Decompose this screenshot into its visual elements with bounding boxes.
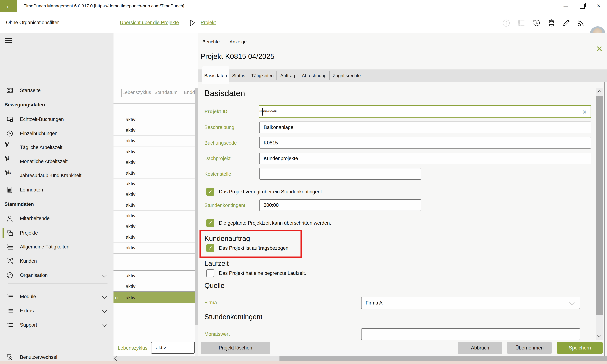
panel-title: Projekt K0815 04/2025 bbox=[200, 51, 275, 61]
close-icon: ✕ bbox=[596, 44, 603, 53]
sidebar-item-allgemeine-taetigkeiten[interactable]: Allgemeine Tätigkeiten bbox=[0, 242, 113, 252]
breadcrumb-overview-link[interactable]: Übersicht über die Projekte bbox=[120, 12, 179, 33]
dachprojekt-input[interactable]: Kundenprojekte bbox=[259, 153, 591, 164]
beschreibung-input[interactable]: Balkonanlage bbox=[259, 122, 591, 133]
bottom-accent-bar bbox=[0, 361, 607, 364]
tab-auftrag[interactable]: Auftrag bbox=[278, 69, 297, 82]
table-header-blank[interactable] bbox=[115, 88, 121, 97]
table-row[interactable]: aktiv bbox=[126, 157, 173, 168]
apply-button[interactable]: Übernehmen bbox=[507, 342, 552, 354]
sidebar-item-echtzeit-buchungen[interactable]: Echtzeit-Buchungen bbox=[0, 114, 113, 124]
projekt-id-input[interactable]: K0815 04/2025 bbox=[259, 105, 591, 118]
table-header-startdatum[interactable]: Startdatum bbox=[152, 88, 179, 97]
chevron-down-icon bbox=[102, 323, 107, 327]
edit-pencil-icon[interactable] bbox=[562, 19, 570, 27]
sidebar-item-startseite[interactable]: Startseite bbox=[0, 85, 113, 95]
back-button[interactable]: ← bbox=[0, 0, 17, 12]
robot-icon[interactable] bbox=[547, 19, 555, 27]
chevron-down-icon bbox=[597, 334, 601, 337]
checkbox-auftragsbezogen[interactable]: ✓ bbox=[206, 244, 214, 252]
sidebar-item-kunden[interactable]: Kunden bbox=[0, 256, 113, 266]
sidebar-item-taegliche-arbeitszeit[interactable]: 1 Tägliche Arbeitszeit bbox=[0, 142, 113, 153]
table-row[interactable]: aktiv bbox=[126, 178, 173, 189]
table-row[interactable]: aktiv bbox=[126, 125, 173, 135]
checklist-icon[interactable] bbox=[517, 19, 525, 27]
mid-vertical-scrollbar-thumb[interactable] bbox=[195, 88, 198, 325]
kostenstelle-input[interactable] bbox=[259, 168, 421, 180]
history-icon[interactable] bbox=[532, 19, 540, 27]
lifecycle-filter-input[interactable]: aktiv bbox=[151, 342, 195, 354]
table-row[interactable]: aktiv bbox=[126, 146, 173, 157]
table-header-enddatum[interactable]: Enddatum bbox=[184, 88, 195, 97]
close-panel-button[interactable]: ✕ bbox=[595, 44, 604, 54]
panel-scrollbar-thumb[interactable] bbox=[596, 96, 603, 315]
panel-scrollbar-track[interactable] bbox=[596, 315, 603, 332]
column-separator bbox=[121, 89, 122, 97]
sidebar-item-module[interactable]: Module bbox=[0, 292, 113, 302]
table-row[interactable]: aktiv bbox=[126, 281, 173, 292]
table-row[interactable]: aktiv bbox=[126, 168, 173, 178]
clear-field-icon[interactable]: ✕ bbox=[581, 109, 588, 116]
sidebar-item-projekte[interactable]: Projekte bbox=[0, 228, 113, 238]
scroll-down-button[interactable] bbox=[596, 332, 603, 340]
clock-icon bbox=[6, 130, 14, 137]
support-list-icon bbox=[6, 321, 14, 329]
table-row[interactable]: aktiv bbox=[126, 221, 173, 232]
table-row[interactable]: aktiv bbox=[126, 232, 173, 242]
tab-zugriffsrechte[interactable]: Zugriffsrechte bbox=[331, 69, 362, 82]
checkbox-ueberschritten[interactable]: ✓ bbox=[206, 219, 214, 227]
table-row[interactable]: aktiv bbox=[126, 114, 173, 125]
breadcrumb-project-link[interactable]: Projekt bbox=[201, 12, 216, 33]
monatswert-input[interactable] bbox=[361, 328, 580, 340]
table-header-lebenszyklus[interactable]: Lebenszyklus bbox=[121, 88, 152, 97]
table-row[interactable]: aktiv bbox=[126, 270, 173, 281]
table-row[interactable]: aktiv bbox=[126, 243, 173, 253]
menu-berichte[interactable]: Berichte bbox=[202, 37, 220, 47]
sidebar-item-extras[interactable]: Extras bbox=[0, 306, 113, 316]
table-row[interactable]: aktiv bbox=[126, 189, 173, 199]
cancel-button[interactable]: Abbruch bbox=[458, 342, 502, 354]
sidebar-item-support[interactable]: Support bbox=[0, 320, 113, 330]
restore-button[interactable] bbox=[575, 0, 589, 12]
tab-status[interactable]: Status bbox=[231, 69, 247, 82]
hamburger-menu-icon[interactable] bbox=[5, 38, 12, 44]
tab-separator bbox=[364, 71, 364, 80]
sidebar-item-lohndaten[interactable]: Lohndaten bbox=[0, 185, 113, 195]
firma-select[interactable]: Firma A bbox=[361, 297, 580, 309]
table-row[interactable]: aktiv bbox=[126, 200, 173, 210]
chevron-up-icon bbox=[597, 90, 601, 94]
save-button[interactable]: Speichern bbox=[557, 342, 603, 354]
checkbox-stundenkontingent[interactable]: ✓ bbox=[206, 188, 214, 196]
tab-abrechnung[interactable]: Abrechnung bbox=[300, 69, 328, 82]
person-icon bbox=[6, 215, 14, 222]
org-filter-label: Ohne Organisationsfilter bbox=[6, 12, 59, 33]
calculator-icon bbox=[6, 186, 14, 194]
form-heading: Basisdaten bbox=[204, 88, 245, 98]
stundenkontingent-input[interactable]: 300:00 bbox=[259, 199, 421, 211]
rss-icon[interactable] bbox=[577, 19, 585, 27]
user-switch-icon bbox=[6, 353, 14, 361]
menu-anzeige[interactable]: Anzeige bbox=[230, 37, 247, 47]
tab-basisdaten[interactable]: Basisdaten bbox=[202, 69, 229, 82]
home-grid-icon bbox=[6, 87, 14, 94]
buchungscode-input[interactable]: K0815 bbox=[259, 137, 591, 149]
table-row[interactable]: aktiv bbox=[126, 136, 173, 146]
minimize-button[interactable]: — bbox=[559, 0, 573, 12]
table-row[interactable]: aktiv bbox=[126, 210, 173, 221]
checkbox-laufzeit[interactable] bbox=[206, 269, 214, 277]
lifecycle-filter-label: Lebenszyklus bbox=[118, 342, 148, 354]
tab-taetigkeiten[interactable]: Tätigkeiten bbox=[250, 69, 275, 82]
module-list-icon bbox=[6, 293, 14, 300]
info-icon[interactable] bbox=[502, 19, 510, 27]
horizontal-scrollbar-thumb[interactable] bbox=[279, 356, 607, 361]
sidebar-item-mitarbeitende[interactable]: Mitarbeitende bbox=[0, 213, 113, 223]
table-row-selected[interactable]: n aktiv bbox=[113, 292, 195, 303]
delete-project-button[interactable]: Projekt löschen bbox=[201, 342, 270, 354]
close-window-button[interactable]: ✕ bbox=[592, 0, 606, 12]
scroll-up-button[interactable] bbox=[596, 88, 603, 96]
sidebar-item-einzelbuchungen[interactable]: Einzelbuchungen bbox=[0, 129, 113, 139]
section-stundenkontingent: Stundenkontingent bbox=[204, 313, 262, 321]
sidebar-item-organisation[interactable]: Organisation bbox=[0, 270, 113, 280]
sidebar-item-jahresurlaub[interactable]: 365 Jahresurlaub -und Krankheit bbox=[0, 170, 113, 181]
sidebar-item-monatliche-arbeitszeit[interactable]: 30 Monatliche Arbeitszeit bbox=[0, 156, 113, 167]
